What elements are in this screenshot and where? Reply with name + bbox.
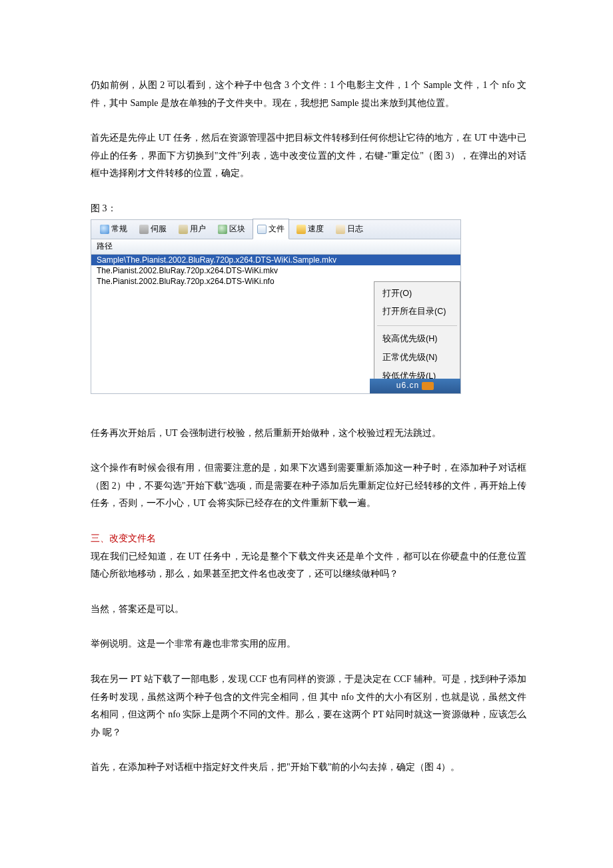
file-row-selected[interactable]: Sample\The.Pianist.2002.BluRay.720p.x264… xyxy=(91,255,460,265)
tab-servers[interactable]: 伺服 xyxy=(135,219,171,239)
paragraph-9: 首先，在添加种子对话框中指定好文件夹后，把"开始下载"前的小勾去掉，确定（图 4… xyxy=(91,759,526,777)
menu-priority-high[interactable]: 较高优先级(H) xyxy=(374,330,460,349)
user-icon xyxy=(179,225,188,234)
paragraph-8: 我在另一 PT 站下载了一部电影，发现 CCF 也有同样的资源，于是决定在 CC… xyxy=(91,671,526,741)
figure-3-label: 图 3： xyxy=(91,200,526,218)
tab-files[interactable]: 文件 xyxy=(253,219,289,239)
paragraph-6: 当然，答案还是可以。 xyxy=(91,601,526,619)
document-page: 仍如前例，从图 2 可以看到，这个种子中包含 3 个文件：1 个电影主文件，1 … xyxy=(0,0,613,868)
menu-priority-normal[interactable]: 正常优先级(N) xyxy=(374,349,460,367)
paragraph-1: 仍如前例，从图 2 可以看到，这个种子中包含 3 个文件：1 个电影主文件，1 … xyxy=(91,77,526,112)
info-icon xyxy=(100,225,109,234)
tab-speed[interactable]: 速度 xyxy=(292,219,328,239)
column-header-path[interactable]: 路径 xyxy=(91,239,461,255)
heading-section-3: 三、改变文件名 xyxy=(91,530,526,548)
paragraph-7: 举例说明。这是一个非常有趣也非常实用的应用。 xyxy=(91,635,526,653)
tab-label: 日志 xyxy=(347,221,363,237)
context-menu: 打开(O) 打开所在目录(C) 较高优先级(H) 正常优先级(N) 较低优先级(… xyxy=(374,281,460,394)
log-icon xyxy=(336,225,345,234)
key-icon xyxy=(422,382,434,390)
tab-label: 区块 xyxy=(229,221,245,237)
tab-strip: 常规 伺服 用户 区块 文件 速度 日志 xyxy=(91,219,461,239)
paragraph-4: 这个操作有时候会很有用，但需要注意的是，如果下次遇到需要重新添加这一种子时，在添… xyxy=(91,459,526,513)
watermark-bar: u6.cn xyxy=(370,379,460,393)
tab-label: 速度 xyxy=(308,221,324,237)
menu-open[interactable]: 打开(O) xyxy=(374,285,460,303)
bolt-icon xyxy=(297,225,306,234)
tree-icon xyxy=(139,225,149,234)
tab-log[interactable]: 日志 xyxy=(331,219,368,239)
tab-users[interactable]: 用户 xyxy=(174,219,211,239)
file-icon xyxy=(257,225,267,234)
paragraph-3: 任务再次开始后，UT 会强制进行校验，然后重新开始做种，这个校验过程无法跳过。 xyxy=(91,425,526,443)
tab-blocks[interactable]: 区块 xyxy=(213,219,250,239)
menu-separator xyxy=(377,325,457,326)
menu-open-dir[interactable]: 打开所在目录(C) xyxy=(374,303,460,321)
file-list: Sample\The.Pianist.2002.BluRay.720p.x264… xyxy=(91,255,461,394)
paragraph-5: 现在我们已经知道，在 UT 任务中，无论是整个下载文件夹还是单个文件，都可以在你… xyxy=(91,548,526,583)
tab-label: 用户 xyxy=(190,221,206,237)
globe-icon xyxy=(218,225,227,234)
tab-label: 常规 xyxy=(111,221,127,237)
tab-label: 文件 xyxy=(269,221,285,237)
watermark-text: u6.cn xyxy=(396,378,419,393)
tab-general[interactable]: 常规 xyxy=(95,219,132,239)
tab-label: 伺服 xyxy=(151,221,167,237)
figure-3-screenshot: 常规 伺服 用户 区块 文件 速度 日志 路径 Sample\The.Piani… xyxy=(91,219,461,394)
paragraph-2: 首先还是先停止 UT 任务，然后在资源管理器中把目标文件转移到任何你想让它待的地… xyxy=(91,129,526,183)
file-row[interactable]: The.Pianist.2002.BluRay.720p.x264.DTS-Wi… xyxy=(91,265,460,276)
